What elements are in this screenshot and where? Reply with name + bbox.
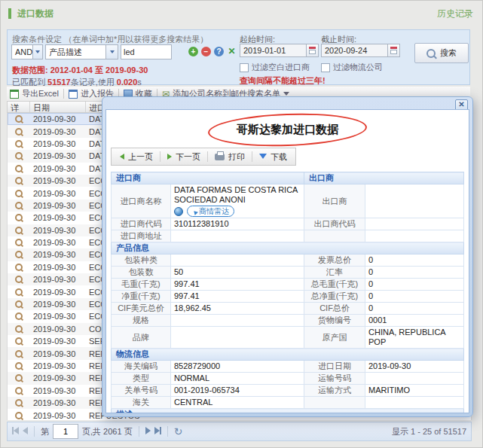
last-page-icon[interactable]: [154, 427, 161, 436]
row-detail-magnifier-icon[interactable]: [15, 374, 23, 382]
field-value: 0: [365, 267, 464, 279]
match-prefix: 已匹配到: [12, 78, 47, 87]
field-label: 规格: [112, 315, 171, 327]
prev-record-button[interactable]: 上一页: [113, 148, 160, 165]
row-detail-magnifier-icon[interactable]: [15, 412, 23, 419]
page-number-input[interactable]: [53, 424, 78, 439]
row-date: 2019-09-30: [30, 386, 86, 395]
checkbox-icon[interactable]: [321, 63, 330, 72]
field-value: 310112381910: [171, 218, 304, 230]
filter-blank-importer-label: 过滤空白进口商: [252, 62, 310, 73]
bool-operator-select[interactable]: AND: [11, 44, 43, 59]
export-excel-button[interactable]: 导出Excel: [10, 88, 59, 99]
filter-blank-importer-checkbox[interactable]: 过滤空白进口商: [240, 62, 310, 73]
row-date: 2019-09-30: [30, 176, 86, 185]
row-date: 2019-09-30: [30, 337, 86, 346]
field-value: [365, 218, 464, 230]
calendar-icon[interactable]: [306, 44, 319, 57]
row-detail-magnifier-icon[interactable]: [15, 325, 23, 333]
arrow-right-icon: [167, 154, 172, 160]
row-detail-magnifier-icon[interactable]: [15, 239, 23, 246]
field-value: CHINA, REPUBLICA POP: [365, 327, 464, 349]
end-date-input[interactable]: [321, 44, 387, 57]
row-detail-magnifier-icon[interactable]: [15, 202, 23, 209]
column-header-date[interactable]: 日期: [30, 102, 86, 112]
print-button[interactable]: 打印: [208, 148, 252, 165]
row-detail-magnifier-icon[interactable]: [15, 312, 23, 320]
row-detail-magnifier-icon[interactable]: [15, 350, 23, 358]
row-date: 2019-09-30: [30, 189, 86, 198]
pagination-separator: [34, 426, 35, 437]
keyword-input[interactable]: [121, 44, 172, 59]
row-detail-magnifier-icon[interactable]: [15, 190, 23, 197]
field-label: 包装种类: [112, 254, 171, 267]
first-page-icon[interactable]: [12, 427, 19, 436]
start-date-input[interactable]: [240, 44, 306, 57]
title-bar: 进口数据 历史记录: [8, 7, 473, 20]
field-value: 2019-09-30: [365, 361, 464, 373]
prev-page-icon[interactable]: [23, 427, 28, 436]
row-detail-magnifier-icon[interactable]: [15, 251, 23, 258]
row-date: 2019-09-30: [30, 275, 86, 284]
row-detail-magnifier-icon[interactable]: [15, 115, 23, 123]
row-detail-magnifier-icon[interactable]: [15, 337, 23, 345]
refresh-icon[interactable]: ↻: [174, 426, 183, 437]
app-window: 进口数据 历史记录 搜索条件设定 （在单词中加*用以获得更多搜索结果） AND …: [0, 0, 483, 448]
checkbox-icon[interactable]: [240, 63, 249, 72]
field-value: 0: [365, 254, 464, 267]
column-header-detail[interactable]: 详细: [8, 102, 30, 112]
calendar-icon[interactable]: [387, 44, 400, 57]
field-label: CIF总价: [304, 303, 365, 315]
row-detail-magnifier-icon[interactable]: [15, 387, 23, 395]
row-detail-magnifier-icon[interactable]: [15, 300, 23, 308]
row-detail-magnifier-icon[interactable]: [15, 152, 23, 160]
history-link[interactable]: 历史记录: [437, 8, 473, 20]
search-field-select[interactable]: 产品描述: [45, 44, 118, 59]
next-record-button[interactable]: 下一页: [160, 148, 207, 165]
row-date: 2019-09-30: [30, 151, 86, 160]
row-detail-magnifier-icon[interactable]: [15, 227, 23, 234]
row-detail-magnifier-icon[interactable]: [15, 276, 23, 283]
row-date: 2019-09-30: [30, 373, 86, 382]
field-value: [171, 230, 304, 242]
page-label-pre: 第: [41, 426, 49, 437]
clear-icon[interactable]: ✕: [227, 47, 237, 56]
row-date: 2019-09-30: [30, 263, 86, 272]
row-detail-magnifier-icon[interactable]: [15, 362, 23, 370]
radar-badge[interactable]: 商情雷达: [187, 206, 234, 217]
modal-title-wrap: 哥斯达黎加进口数据: [106, 120, 469, 140]
row-date: 2019-09-30: [30, 127, 86, 136]
help-icon[interactable]: ?: [214, 47, 224, 56]
remove-condition-icon[interactable]: −: [201, 47, 211, 56]
row-date: 2019-09-30: [30, 201, 86, 210]
start-date-field: [240, 44, 319, 57]
row-detail-magnifier-icon[interactable]: [15, 177, 23, 184]
printer-icon: [215, 154, 225, 160]
field-label: CIF美元总价: [112, 303, 171, 315]
field-label: 进口商代码: [112, 218, 171, 230]
filter-logistics-checkbox[interactable]: 过滤物流公司: [321, 62, 383, 73]
row-date: 2019-09-30: [30, 213, 86, 222]
next-page-icon[interactable]: [145, 427, 151, 436]
pagination-separator: [167, 426, 168, 437]
row-detail-magnifier-icon[interactable]: [15, 140, 23, 148]
row-detail-magnifier-icon[interactable]: [15, 165, 23, 172]
report-icon: [69, 90, 78, 99]
row-detail-magnifier-icon[interactable]: [15, 128, 23, 136]
row-detail-magnifier-icon[interactable]: [15, 399, 23, 407]
excel-icon: [10, 90, 19, 99]
field-label: 总净重(千克): [304, 291, 365, 303]
modal-title: 哥斯达黎加进口数据: [229, 120, 346, 139]
row-date: 2019-09-30: [30, 288, 86, 297]
row-detail-magnifier-icon[interactable]: [15, 214, 23, 221]
download-icon: [259, 154, 267, 163]
display-info: 显示 1 - 25 of 51517: [392, 426, 466, 437]
row-detail-magnifier-icon[interactable]: [15, 264, 23, 271]
download-button[interactable]: 下载: [252, 148, 294, 165]
add-condition-icon[interactable]: +: [188, 47, 198, 56]
row-detail-magnifier-icon[interactable]: [15, 288, 23, 296]
search-button[interactable]: 搜索: [414, 43, 469, 63]
field-value: [365, 184, 464, 218]
globe-icon[interactable]: [174, 207, 183, 216]
bool-operator-value: AND: [15, 47, 32, 56]
